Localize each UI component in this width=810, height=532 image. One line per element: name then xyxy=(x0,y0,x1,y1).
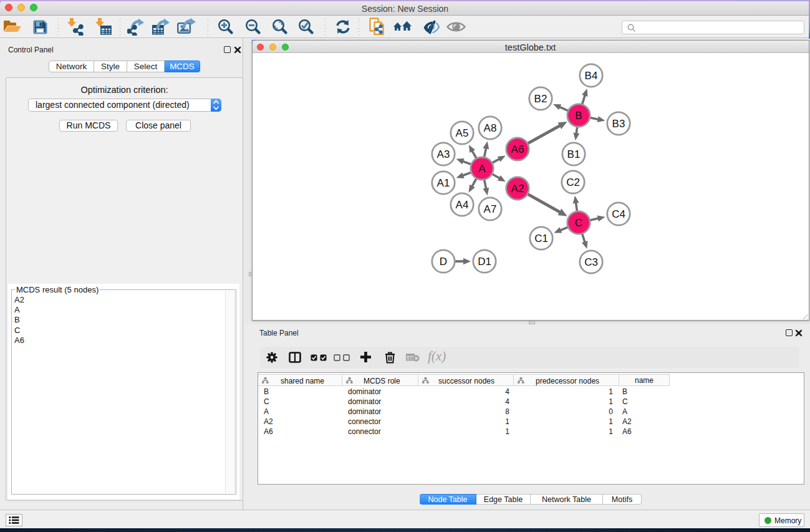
svg-text:A3: A3 xyxy=(436,148,450,160)
svg-text:B3: B3 xyxy=(612,118,625,130)
svg-text:B4: B4 xyxy=(584,70,597,82)
svg-text:B: B xyxy=(575,110,582,122)
svg-text:C: C xyxy=(574,217,582,229)
svg-text:B2: B2 xyxy=(534,93,547,105)
svg-text:A2: A2 xyxy=(511,183,524,195)
svg-text:C4: C4 xyxy=(612,208,625,220)
svg-text:D1: D1 xyxy=(478,256,491,268)
svg-text:A7: A7 xyxy=(483,203,496,215)
svg-text:B1: B1 xyxy=(567,148,580,160)
svg-text:C1: C1 xyxy=(534,233,548,244)
svg-text:A1: A1 xyxy=(436,177,450,189)
svg-text:C3: C3 xyxy=(584,256,598,268)
svg-text:C2: C2 xyxy=(566,177,580,188)
svg-text:A: A xyxy=(478,163,486,175)
svg-text:D: D xyxy=(439,256,446,268)
svg-text:A5: A5 xyxy=(455,127,468,139)
svg-text:A6: A6 xyxy=(511,143,524,155)
svg-text:A8: A8 xyxy=(483,122,496,134)
svg-text:A4: A4 xyxy=(455,199,468,211)
